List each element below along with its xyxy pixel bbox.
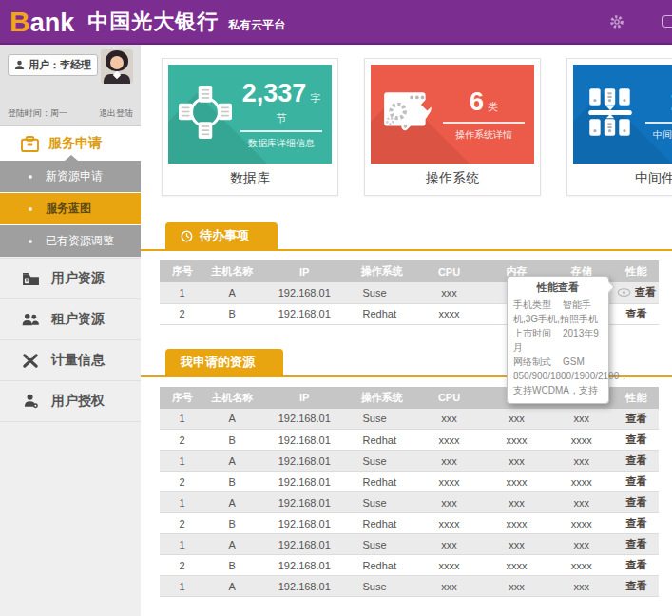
- card-database: 2,337字节 数据库详细信息 数据库: [162, 58, 338, 196]
- cell-os: Suse: [350, 282, 414, 303]
- cell-perf: 查看: [614, 303, 659, 324]
- users-icon: [21, 311, 40, 328]
- middleware-detail-link[interactable]: 中间件详细信息: [645, 128, 672, 142]
- cell-storage: xxxx: [549, 555, 614, 576]
- cell-os: Redhat: [350, 472, 414, 492]
- os-detail-link[interactable]: 操作系统详情: [443, 128, 525, 142]
- sidebar-item-metering-info[interactable]: 计量信息: [0, 340, 141, 381]
- view-link[interactable]: 查看: [635, 286, 656, 298]
- cell-no: 2: [160, 513, 204, 534]
- cell-os: Suse: [350, 492, 414, 513]
- card-os: 6类 操作系统详情 操作系统: [364, 58, 541, 196]
- view-link[interactable]: 查看: [625, 413, 646, 424]
- notch: [65, 155, 78, 161]
- col-header-ip: IP: [259, 387, 350, 409]
- view-link[interactable]: 查看: [625, 454, 646, 466]
- table-row: 2 B 192.168.01 Redhat xxxx xxxx xxxx 查看: [160, 555, 659, 576]
- sidebar-item-label: 计量信息: [51, 352, 105, 369]
- cell-cpu: xxx: [414, 451, 485, 472]
- col-header-ip: IP: [259, 260, 350, 282]
- sidebar-item-label: 服务申请: [48, 135, 102, 152]
- cell-mem: xxxx: [484, 472, 548, 492]
- cell-storage: xxxx: [549, 513, 614, 534]
- cell-ip: 192.168.01: [259, 513, 350, 534]
- gear-icon[interactable]: [609, 14, 624, 29]
- database-tile[interactable]: 2,337字节 数据库详细信息: [168, 65, 332, 164]
- message-icon[interactable]: [662, 15, 672, 28]
- cell-storage: xxxx: [549, 472, 614, 492]
- cell-cpu: xxxx: [414, 430, 485, 451]
- database-cluster-icon: [178, 85, 237, 144]
- col-header-perf: 性能: [614, 387, 659, 409]
- folder-icon: [21, 270, 40, 287]
- view-link[interactable]: 查看: [625, 475, 646, 487]
- tooltip-spec-line: 手机类型智能手机,3G手机,拍照手机: [513, 298, 603, 326]
- database-card-title: 数据库: [168, 164, 332, 189]
- sidebar-item-adjust-resource[interactable]: 已有资源调整: [0, 225, 141, 257]
- sidebar-item-user-resources[interactable]: 用户资源: [0, 258, 141, 299]
- view-link[interactable]: 查看: [625, 308, 646, 319]
- view-link[interactable]: 查看: [625, 433, 646, 445]
- platform-name: 私有云平台: [228, 17, 285, 33]
- applied-section-title: 我申请的资源: [181, 354, 255, 371]
- view-link[interactable]: 查看: [625, 559, 646, 570]
- applied-tab: 我申请的资源: [165, 349, 283, 375]
- view-link[interactable]: 查看: [625, 580, 646, 591]
- cell-no: 1: [160, 451, 204, 472]
- login-time-label: 登陆时间：周一: [8, 107, 67, 120]
- cell-perf: 查看: [614, 513, 659, 534]
- cell-perf: 查看: [614, 492, 659, 513]
- view-link[interactable]: 查看: [625, 517, 646, 529]
- database-count: 2,337: [242, 79, 307, 107]
- view-link[interactable]: 查看: [625, 538, 646, 549]
- cell-mem: xxx: [484, 409, 548, 430]
- cell-ip: 192.168.01: [259, 451, 350, 472]
- eye-icon[interactable]: [617, 287, 631, 298]
- col-header-os: 操作系统: [350, 387, 414, 409]
- cell-no: 1: [160, 534, 204, 555]
- sidebar-item-new-resource[interactable]: 新资源申请: [0, 161, 141, 192]
- table-row: 2 B 192.168.01 Redhat xxxx xxxx xxxx 查看: [160, 513, 659, 534]
- cell-cpu: xxx: [414, 409, 485, 430]
- view-link[interactable]: 查看: [625, 496, 646, 508]
- top-header: Bank 中国光大银行 私有云平台: [0, 0, 672, 45]
- cell-host: B: [204, 472, 259, 492]
- cell-no: 2: [160, 472, 204, 492]
- os-tile[interactable]: 6类 操作系统详情: [371, 65, 534, 164]
- cell-storage: xxxx: [549, 430, 614, 451]
- todo-section-title: 待办事项: [200, 227, 249, 244]
- cell-no: 2: [160, 303, 204, 324]
- sidebar-item-service-blueprint[interactable]: 服务蓝图: [0, 193, 141, 224]
- logout-link[interactable]: 退出登陆: [99, 107, 133, 120]
- sidebar-item-tenant-resources[interactable]: 租户资源: [0, 299, 141, 340]
- sidebar-item-user-authorization[interactable]: 用户授权: [0, 381, 141, 422]
- cell-ip: 192.168.01: [259, 472, 350, 492]
- performance-tooltip: 性能查看 手机类型智能手机,3G手机,拍照手机 上市时间2013年9月 网络制式…: [507, 276, 609, 404]
- user-name-label: 用户：李经理: [29, 58, 91, 72]
- cell-cpu: xxx: [414, 282, 485, 303]
- cell-host: A: [204, 492, 259, 513]
- col-header-host: 主机名称: [204, 260, 259, 282]
- sidebar: 用户：李经理 登陆时间：周一 退出登陆 服务申请 新资源申请 服务蓝图 已有资源…: [0, 45, 141, 616]
- cell-no: 1: [160, 282, 204, 303]
- cell-cpu: xxx: [414, 534, 485, 555]
- cell-mem: xxxx: [484, 513, 548, 534]
- cell-perf: 查看: [614, 534, 659, 555]
- cell-no: 2: [160, 430, 204, 451]
- cell-host: B: [204, 513, 259, 534]
- cell-perf: 查看: [614, 472, 659, 492]
- col-header-cpu: CPU: [414, 387, 485, 409]
- col-header-no: 序号: [160, 260, 204, 282]
- cell-os: Suse: [350, 451, 414, 472]
- bank-name: 中国光大银行: [87, 8, 219, 36]
- cell-storage: xxx: [549, 576, 614, 597]
- cell-os: Redhat: [350, 303, 414, 324]
- database-detail-link[interactable]: 数据库详细信息: [240, 137, 322, 150]
- cell-perf: 查看: [614, 409, 659, 430]
- cell-no: 1: [160, 409, 204, 430]
- cell-perf: 查看: [614, 555, 659, 576]
- cell-no: 1: [160, 492, 204, 513]
- cell-mem: xxx: [484, 576, 548, 597]
- cell-os: Suse: [350, 409, 414, 430]
- middleware-tile[interactable]: 12 中间件详细信息: [573, 65, 672, 164]
